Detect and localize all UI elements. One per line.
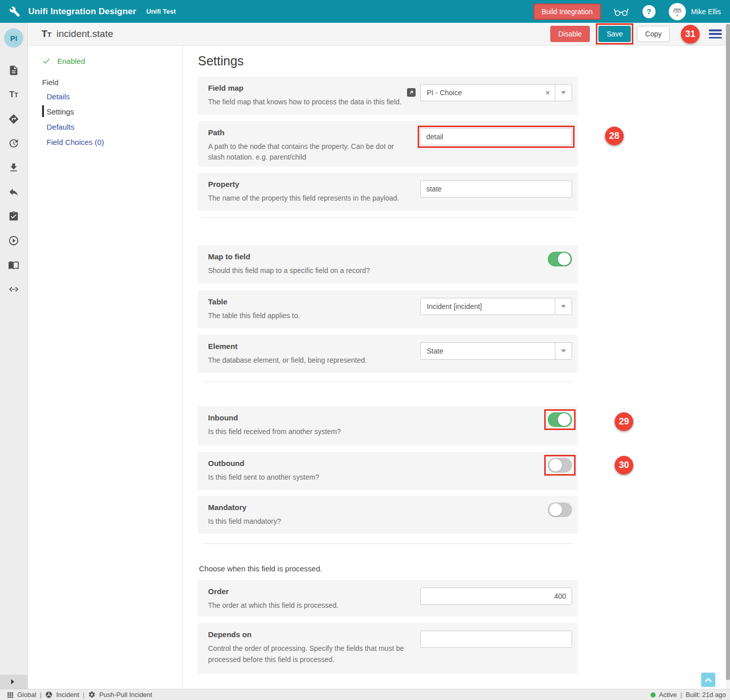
- map-to-field-row: Map to field Should this field map to a …: [198, 245, 578, 284]
- path-input[interactable]: [420, 128, 572, 145]
- hamburger-menu-icon[interactable]: [709, 29, 722, 38]
- outbound-label: Outbound: [208, 459, 567, 468]
- page-title: Settings: [198, 54, 726, 68]
- field-map-value: PI - Choice: [427, 89, 541, 97]
- user-menu[interactable]: Mike Ellis: [669, 3, 721, 20]
- table-value: Incident [incident]: [427, 302, 555, 310]
- scrollbar-thumb[interactable]: [726, 24, 730, 680]
- property-input[interactable]: [420, 180, 572, 198]
- glasses-icon[interactable]: [613, 6, 629, 18]
- disable-button[interactable]: Disable: [550, 26, 590, 42]
- incident-icon[interactable]: [45, 691, 53, 698]
- nav-item-details[interactable]: Details: [47, 89, 182, 104]
- integration-avatar[interactable]: PI: [4, 28, 23, 48]
- copy-button[interactable]: Copy: [637, 26, 670, 42]
- document-icon[interactable]: [8, 65, 19, 76]
- inbound-toggle[interactable]: [548, 412, 572, 427]
- expand-sidebar-button[interactable]: [0, 675, 27, 689]
- process-note: Choose when this field is processed.: [199, 564, 726, 573]
- breadcrumb-global[interactable]: Global: [17, 691, 36, 698]
- order-input[interactable]: [420, 588, 572, 605]
- annotation-step-31: 31: [681, 25, 700, 44]
- directions-icon[interactable]: [8, 113, 19, 125]
- nav-item-settings[interactable]: Settings: [47, 104, 182, 119]
- outbound-row: Outbound Is this field sent to another s…: [198, 452, 578, 490]
- breadcrumb-incident[interactable]: Incident: [56, 691, 79, 698]
- vertical-scrollbar[interactable]: [726, 23, 730, 689]
- annotation-box-outbound: [544, 455, 576, 476]
- reply-icon[interactable]: [8, 186, 19, 198]
- build-integration-button[interactable]: Build Integration: [534, 4, 601, 20]
- map-to-field-toggle[interactable]: [548, 252, 572, 266]
- nav-item-field-choices[interactable]: Field Choices (0): [47, 134, 182, 149]
- environment-name: Unifi Test: [146, 8, 176, 15]
- dropdown-arrow-icon[interactable]: [555, 343, 572, 359]
- annotation-box-inbound: [544, 409, 576, 430]
- element-select[interactable]: State: [420, 342, 572, 360]
- depends-on-input[interactable]: [420, 631, 572, 648]
- breadcrumb-process[interactable]: Push-Pull Incident: [99, 691, 152, 698]
- element-desc: The database element, or field, being re…: [208, 355, 404, 366]
- nav-section-field: Field: [42, 75, 182, 89]
- property-desc: The name of the property this field repr…: [208, 193, 404, 204]
- annotation-step-29: 29: [615, 412, 633, 431]
- text-field-icon[interactable]: TT: [9, 89, 18, 100]
- outbound-toggle[interactable]: [548, 458, 572, 473]
- mandatory-label: Mandatory: [208, 503, 567, 512]
- field-map-row: Field map The field map that knows how t…: [198, 76, 578, 115]
- field-nav-panel: Enabled Field Details Settings Defaults …: [28, 46, 182, 689]
- clear-icon[interactable]: ×: [541, 89, 555, 97]
- dropdown-arrow-icon[interactable]: [555, 298, 572, 315]
- help-icon[interactable]: ?: [642, 5, 656, 18]
- icon-rail: PI TT: [0, 23, 28, 689]
- download-icon[interactable]: [8, 162, 19, 173]
- field-map-select[interactable]: PI - Choice ×: [420, 84, 572, 101]
- user-name: Mike Ellis: [691, 8, 721, 16]
- outbound-desc: Is this field sent to another system?: [208, 472, 404, 483]
- settings-form: Settings Field map The field map that kn…: [182, 46, 726, 689]
- expand-arrow-icon: [10, 679, 15, 684]
- unifi-integration-designer-window: Unifi Integration Designer Unifi Test Bu…: [0, 0, 730, 700]
- depends-on-row: Depends on Control the order of processi…: [198, 623, 578, 674]
- wrench-icon: [9, 6, 20, 17]
- user-avatar-icon: [669, 3, 686, 20]
- book-icon[interactable]: [8, 259, 19, 270]
- open-record-icon[interactable]: [407, 88, 416, 97]
- check-icon: [42, 57, 51, 65]
- mandatory-desc: Is this field mandatory?: [208, 516, 404, 527]
- chevron-up-icon: [705, 678, 712, 682]
- annotation-box-path: [418, 126, 575, 148]
- annotation-step-28: 28: [605, 127, 624, 145]
- path-desc: A path to the node that contains the pro…: [208, 141, 404, 163]
- status-bar: Global | Incident | Push-Pull Incident A…: [0, 689, 730, 700]
- table-desc: The table this field applies to.: [208, 310, 404, 322]
- dropdown-arrow-icon[interactable]: [555, 85, 572, 101]
- annotation-step-30: 30: [615, 456, 633, 475]
- element-row: Element The database element, or field, …: [198, 335, 578, 373]
- mandatory-row: Mandatory Is this field mandatory?: [198, 496, 578, 534]
- section-divider: [202, 217, 573, 218]
- order-desc: The order at which this field is process…: [208, 600, 404, 611]
- code-icon[interactable]: [8, 284, 19, 295]
- top-app-bar: Unifi Integration Designer Unifi Test Bu…: [0, 0, 730, 23]
- annotation-box-save: Save: [596, 23, 633, 45]
- built-ago-label: Built: 21d ago: [685, 691, 726, 698]
- mandatory-toggle[interactable]: [548, 502, 572, 517]
- scroll-to-top-button[interactable]: [701, 673, 715, 687]
- task-check-icon[interactable]: [8, 211, 19, 222]
- order-row: Order The order at which this field is p…: [198, 580, 578, 616]
- active-status-label: Active: [659, 691, 677, 698]
- path-row: Path A path to the node that contains th…: [198, 121, 578, 167]
- gear-icon[interactable]: [88, 691, 96, 698]
- table-select[interactable]: Incident [incident]: [420, 298, 572, 315]
- field-map-desc: The field map that knows how to process …: [208, 97, 404, 108]
- update-icon[interactable]: [8, 138, 19, 149]
- app-title: Unifi Integration Designer: [28, 7, 136, 17]
- nav-item-defaults[interactable]: Defaults: [47, 119, 182, 134]
- record-title: incident.state: [57, 28, 113, 40]
- save-button[interactable]: Save: [598, 26, 631, 42]
- play-circle-icon[interactable]: [8, 235, 19, 246]
- property-row: Property The name of the property this f…: [198, 173, 578, 211]
- map-to-field-label: Map to field: [208, 252, 567, 261]
- apps-grid-icon[interactable]: [7, 691, 14, 698]
